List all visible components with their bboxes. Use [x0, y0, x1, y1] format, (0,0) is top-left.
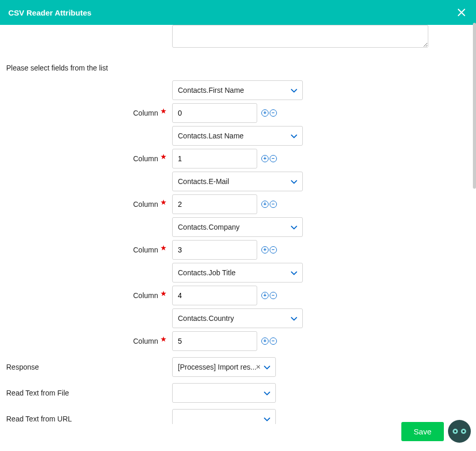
- column-index-input-2[interactable]: [172, 194, 257, 214]
- response-label: Response: [6, 363, 172, 371]
- chevron-down-icon: [291, 269, 297, 277]
- column-index-input-4[interactable]: [172, 286, 257, 305]
- field-select-value: Contacts.Last Name: [178, 132, 244, 140]
- read-text-file-select[interactable]: [172, 383, 276, 403]
- add-icon[interactable]: +: [261, 201, 269, 208]
- read-text-url-select[interactable]: [172, 409, 276, 424]
- add-icon[interactable]: +: [261, 337, 269, 345]
- chevron-down-icon: [291, 314, 297, 322]
- field-select-value: Contacts.Job Title: [178, 269, 235, 277]
- chevron-down-icon: [264, 415, 270, 423]
- scrollbar[interactable]: [473, 23, 476, 189]
- clear-icon[interactable]: ✕: [256, 363, 261, 371]
- column-label: Column: [133, 246, 158, 254]
- description-textarea[interactable]: [172, 25, 428, 48]
- required-star-icon: ★: [160, 198, 167, 206]
- chevron-down-icon: [264, 363, 270, 371]
- modal-title: CSV Reader Attributes: [8, 8, 91, 17]
- column-index-input-0[interactable]: [172, 103, 257, 123]
- required-star-icon: ★: [160, 335, 167, 343]
- remove-icon[interactable]: −: [270, 246, 277, 253]
- chevron-down-icon: [291, 177, 297, 186]
- field-select-5[interactable]: Contacts.Country: [172, 308, 303, 328]
- field-select-3[interactable]: Contacts.Company: [172, 217, 303, 237]
- column-label: Column: [133, 200, 158, 208]
- field-select-4[interactable]: Contacts.Job Title: [172, 263, 303, 283]
- help-bot-avatar[interactable]: [448, 420, 471, 443]
- add-icon[interactable]: +: [261, 109, 269, 117]
- field-select-0[interactable]: Contacts.First Name: [172, 80, 303, 100]
- chevron-down-icon: [291, 223, 297, 231]
- section-label: Please select fields from the list: [6, 64, 470, 72]
- remove-icon[interactable]: −: [270, 337, 277, 345]
- required-star-icon: ★: [160, 244, 167, 252]
- field-select-value: Contacts.First Name: [178, 86, 244, 94]
- column-label: Column: [133, 154, 158, 163]
- close-icon[interactable]: [455, 6, 468, 19]
- save-button[interactable]: Save: [401, 422, 444, 441]
- read-text-file-label: Read Text from File: [6, 389, 172, 397]
- remove-icon[interactable]: −: [270, 109, 277, 117]
- column-index-input-1[interactable]: [172, 149, 257, 168]
- column-label: Column: [133, 109, 158, 117]
- column-label: Column: [133, 291, 158, 300]
- chevron-down-icon: [264, 389, 270, 397]
- chevron-down-icon: [291, 86, 297, 94]
- add-icon[interactable]: +: [261, 246, 269, 253]
- response-select[interactable]: [Processes] Import res... ✕: [172, 357, 276, 377]
- chevron-down-icon: [291, 132, 297, 140]
- column-index-input-5[interactable]: [172, 331, 257, 351]
- field-select-value: Contacts.Country: [178, 314, 234, 322]
- response-value: [Processes] Import res...: [178, 363, 260, 371]
- column-index-input-3[interactable]: [172, 240, 257, 260]
- add-icon[interactable]: +: [261, 155, 269, 162]
- remove-icon[interactable]: −: [270, 155, 277, 162]
- field-select-1[interactable]: Contacts.Last Name: [172, 126, 303, 146]
- add-icon[interactable]: +: [261, 292, 269, 299]
- required-star-icon: ★: [160, 289, 167, 298]
- field-select-value: Contacts.E-Mail: [178, 177, 229, 186]
- remove-icon[interactable]: −: [270, 292, 277, 299]
- remove-icon[interactable]: −: [270, 201, 277, 208]
- read-text-url-label: Read Text from URL: [6, 415, 172, 423]
- field-select-2[interactable]: Contacts.E-Mail: [172, 172, 303, 191]
- field-select-value: Contacts.Company: [178, 223, 240, 231]
- column-label: Column: [133, 337, 158, 345]
- required-star-icon: ★: [160, 107, 167, 115]
- required-star-icon: ★: [160, 152, 167, 161]
